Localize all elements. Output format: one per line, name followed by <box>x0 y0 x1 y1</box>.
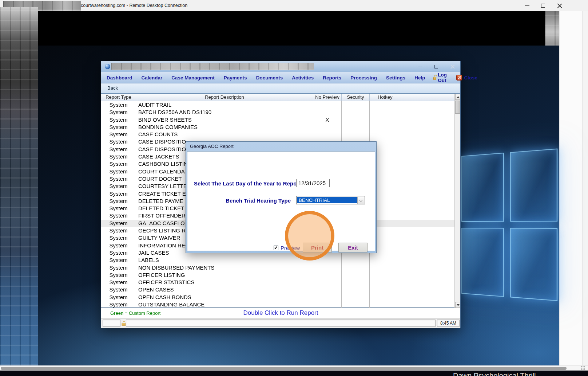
maximize-icon <box>541 4 545 8</box>
vertical-scrollbar[interactable] <box>582 11 588 365</box>
security-cell <box>342 271 370 279</box>
report-description-cell: BIND OVER SHEETS <box>136 116 313 124</box>
table-row[interactable]: System BONDING COMPANIES <box>101 124 454 131</box>
column-header-report-description[interactable]: Report Description <box>136 94 313 101</box>
hotkey-cell <box>370 294 454 301</box>
status-time: 8:45 AM <box>437 320 460 327</box>
no-preview-cell <box>313 294 342 301</box>
rdp-minimize-button[interactable] <box>521 0 533 11</box>
windows-logo-pane <box>461 228 504 297</box>
security-cell <box>342 109 370 116</box>
no-preview-cell <box>313 264 342 271</box>
table-row[interactable]: System OPEN CASH BONDS <box>101 294 454 301</box>
table-row[interactable]: System BATCH DS250A AND DS1190 <box>101 109 454 116</box>
column-header-security[interactable]: Security <box>342 94 370 101</box>
report-type-cell: System <box>101 301 136 308</box>
report-description-cell: BATCH DS250A AND DS1190 <box>136 109 313 116</box>
menu-items: Dashboard Calendar Case Management Payme… <box>107 75 425 81</box>
column-header-hotkey[interactable]: Hotkey <box>370 94 454 101</box>
hotkey-cell <box>370 249 454 256</box>
security-cell <box>342 131 370 138</box>
report-type-cell: System <box>101 190 136 197</box>
horizontal-scrollbar[interactable] <box>0 365 588 371</box>
lock-icon <box>122 323 126 326</box>
date-input[interactable] <box>296 179 330 187</box>
no-preview-cell <box>313 101 342 109</box>
menu-item-dashboard[interactable]: Dashboard <box>107 75 132 81</box>
scrollbar-thumb[interactable] <box>455 101 460 114</box>
hotkey-cell <box>370 116 454 124</box>
menu-item-close[interactable]: Close <box>456 75 477 81</box>
hearing-type-dropdown[interactable]: BENCHTRIAL <box>296 196 365 204</box>
report-type-cell: System <box>101 256 136 264</box>
table-row[interactable]: System LABELS <box>101 256 454 264</box>
menu-item-case-management[interactable]: Case Management <box>171 75 215 81</box>
status-segment <box>103 320 120 327</box>
security-cell <box>342 264 370 271</box>
report-type-cell: System <box>101 205 136 212</box>
report-type-cell: System <box>101 249 136 256</box>
security-cell <box>342 256 370 264</box>
menu-item-calendar[interactable]: Calendar <box>142 75 163 81</box>
preview-checkbox[interactable] <box>274 246 278 250</box>
menu-item-activities[interactable]: Activities <box>292 75 314 81</box>
menu-item-logout[interactable]: Log Out <box>433 72 449 83</box>
rdp-window-title: courtwarehosting.com - Remote Desktop Co… <box>81 0 187 11</box>
table-row[interactable]: System BIND OVER SHEETS X <box>101 116 454 124</box>
arrow-up-icon <box>457 96 460 98</box>
table-row[interactable]: System OUTSTANDING BALANCE <box>101 301 454 308</box>
rdp-close-button[interactable] <box>553 0 565 11</box>
menu-item-documents[interactable]: Documents <box>256 75 283 81</box>
scroll-down-button[interactable] <box>455 302 460 308</box>
menu-item-reports[interactable]: Reports <box>323 75 341 81</box>
dropdown-button[interactable] <box>357 197 364 204</box>
app-maximize-button[interactable] <box>430 61 443 72</box>
app-close-button[interactable] <box>446 61 459 72</box>
no-preview-cell <box>313 271 342 279</box>
windows-logo-pane <box>510 228 557 301</box>
hotkey-cell <box>370 153 454 160</box>
table-row[interactable]: System NON DISBURSED PAYMENTS <box>101 264 454 271</box>
no-preview-cell <box>313 109 342 116</box>
no-preview-cell: X <box>313 116 342 124</box>
app-minimize-button[interactable] <box>414 61 427 72</box>
column-header-report-type[interactable]: Report Type <box>101 94 136 101</box>
report-type-cell: System <box>101 101 136 109</box>
table-row[interactable]: System AUDIT TRAIL <box>101 101 454 109</box>
report-type-cell: System <box>101 109 136 116</box>
menu-item-help[interactable]: Help <box>414 75 425 81</box>
redacted-region <box>111 63 314 70</box>
back-button[interactable]: Back <box>107 85 118 91</box>
table-row[interactable]: System OFFICER LISTING <box>101 271 454 279</box>
report-type-cell: System <box>101 183 136 190</box>
menu-item-settings[interactable]: Settings <box>386 75 405 81</box>
rdp-maximize-button[interactable] <box>537 0 549 11</box>
resize-grip-icon[interactable] <box>581 366 585 371</box>
report-type-cell: System <box>101 227 136 234</box>
lock-icon <box>433 77 436 80</box>
report-type-cell: System <box>101 197 136 205</box>
no-preview-cell <box>313 286 342 293</box>
column-header-no-preview[interactable]: No Preview <box>313 94 342 101</box>
report-type-cell: System <box>101 234 136 242</box>
report-description-cell: OFFICER LISTING <box>136 271 313 279</box>
report-description-cell: OFFICER STATISTICS <box>136 279 313 286</box>
scrollbar-thumb[interactable] <box>1 367 567 370</box>
hotkey-cell <box>370 301 454 308</box>
print-button[interactable]: Print <box>303 243 332 252</box>
hotkey-cell <box>370 109 454 116</box>
logout-label: Log Out <box>438 72 448 83</box>
security-cell <box>342 286 370 293</box>
hotkey-cell <box>370 212 454 219</box>
table-row[interactable]: System CASE COUNTS <box>101 131 454 138</box>
table-row[interactable]: System OPEN CASES <box>101 286 454 293</box>
exit-button[interactable]: Exit <box>338 243 368 252</box>
menu-item-processing[interactable]: Processing <box>350 75 377 81</box>
table-row[interactable]: System OFFICER STATISTICS <box>101 279 454 286</box>
redacted-region <box>545 11 559 46</box>
check-icon <box>274 246 277 249</box>
scroll-up-button[interactable] <box>455 94 460 100</box>
hotkey-cell <box>370 190 454 197</box>
grid-vertical-scrollbar[interactable] <box>454 94 460 308</box>
menu-item-payments[interactable]: Payments <box>224 75 247 81</box>
